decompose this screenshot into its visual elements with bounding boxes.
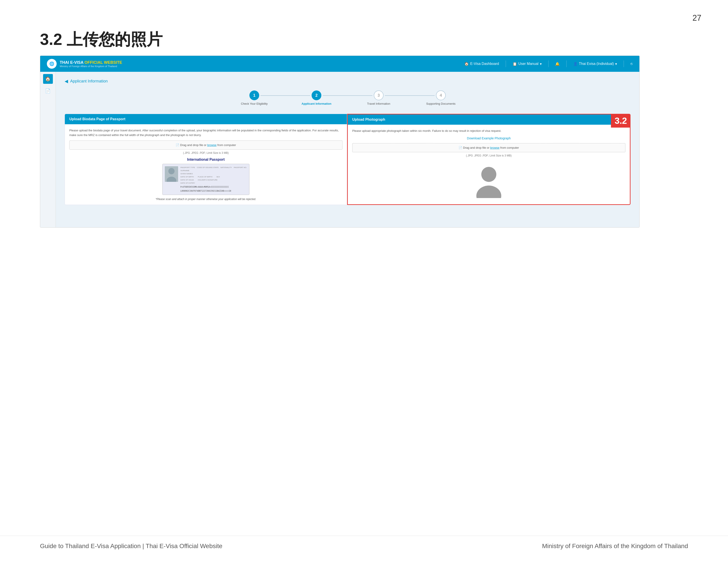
- nav-bell[interactable]: 🔔: [555, 62, 560, 66]
- upload-icon-right: 📄: [459, 146, 463, 149]
- step-circle-1: 1: [249, 90, 259, 100]
- section-badge: 3.2: [611, 114, 631, 128]
- file-limit-left: (.JPG .JPEG .PDF; Limit Size is 3 MB): [69, 151, 342, 154]
- svg-point-0: [168, 168, 175, 174]
- browse-link-right[interactable]: browse: [490, 146, 499, 149]
- nav-right: 🏠 E-Visa Dashboard 📋 User Manual ▾ 🔔 👤 T…: [464, 60, 633, 67]
- svg-point-1: [167, 177, 176, 182]
- panels-row: Upload Biodata Page of Passport Please u…: [65, 114, 631, 205]
- main-content: ◀ Applicant Information 1 Check Your Eli…: [56, 72, 639, 227]
- nav-title-block: THAI E-VISA OFFICIAL WEBSITE Ministry of…: [60, 60, 122, 68]
- panel-right-desc: Please upload appropriate photograph tak…: [352, 129, 625, 133]
- step-label-2: Applicant Information: [302, 102, 331, 106]
- nav-left: 🌐 THAI E-VISA OFFICIAL WEBSITE Ministry …: [47, 59, 122, 69]
- step-label-4: Supporting Documents: [426, 102, 455, 106]
- svg-point-2: [481, 167, 496, 182]
- panel-left-header: Upload Biodata Page of Passport: [65, 114, 347, 124]
- footer-right: Ministry of Foreign Affairs of the Kingd…: [542, 543, 688, 550]
- chevron-down-icon-2: ▾: [615, 62, 617, 66]
- step-label-1: Check Your Eligibility: [241, 102, 268, 106]
- chevron-down-icon: ▾: [540, 62, 542, 66]
- section-text: 上传您的照片: [67, 30, 163, 48]
- step-4: 4 Supporting Documents: [410, 90, 472, 106]
- panel-left-desc: Please upload the biodata page of your t…: [69, 128, 342, 138]
- panel-left: Upload Biodata Page of Passport Please u…: [65, 114, 347, 205]
- section-number: 3.2: [40, 30, 62, 48]
- passport-title: International Passport: [69, 157, 342, 161]
- nav-user-manual[interactable]: 📋 User Manual ▾: [513, 62, 542, 66]
- panel-right-upload[interactable]: 📄 Drag and drop file or browse from comp…: [352, 143, 625, 152]
- nav-divider-1: [506, 60, 506, 67]
- mrz-line-1: P<UTOERIK5SSMK<AAAA<MAM1A<CCCCCCCCCCCCCC…: [180, 186, 247, 188]
- sidebar-document[interactable]: 📄: [43, 86, 53, 96]
- step-circle-4: 4: [436, 90, 446, 100]
- browse-link-left[interactable]: browse: [207, 143, 217, 147]
- sidebar: 🏠 📄: [40, 72, 56, 227]
- main-screenshot: 🌐 THAI E-VISA OFFICIAL WEBSITE Ministry …: [40, 56, 640, 227]
- step-circle-2: 2: [312, 90, 321, 100]
- panel-right-header: Upload Photograph: [348, 114, 630, 125]
- passport-section: International Passport: [69, 157, 342, 201]
- silhouette-svg: [473, 165, 504, 198]
- panel-left-body: Please upload the biodata page of your t…: [65, 124, 347, 205]
- bell-icon: 🔔: [555, 62, 560, 66]
- nav-divider-4: [624, 60, 624, 67]
- book-icon: 📋: [513, 62, 517, 66]
- panel-right: 3.2 Upload Photograph Please upload appr…: [347, 114, 631, 205]
- progress-bar: 1 Check Your Eligibility 2 Applicant Inf…: [65, 90, 631, 106]
- section-title: 3.2 上传您的照片: [40, 29, 163, 50]
- nav-user[interactable]: 👤 Thai Evisa (Individual) ▾: [573, 62, 617, 66]
- home-icon: 🏠: [464, 62, 469, 66]
- nav-logo: 🌐: [47, 59, 57, 69]
- page-number: 27: [692, 13, 701, 23]
- nav-subtitle: Ministry of Foreign Affairs of the Kingd…: [60, 65, 122, 68]
- sidebar-home[interactable]: 🏠: [43, 74, 53, 84]
- breadcrumb: ◀ Applicant Information: [65, 78, 631, 84]
- nav-divider-2: [548, 60, 549, 67]
- passport-info: PASSPORT TYPE CODE OF ISSUING STATE NATI…: [180, 166, 247, 192]
- step-2: 2 Applicant Information: [285, 90, 348, 106]
- step-1: 1 Check Your Eligibility: [223, 90, 285, 106]
- step-3: 3 Travel Information: [348, 90, 410, 106]
- content-area: 🏠 📄 ◀ Applicant Information 1 Check Your…: [40, 72, 639, 227]
- nav-bar: 🌐 THAI E-VISA OFFICIAL WEBSITE Ministry …: [40, 56, 639, 72]
- nav-logout[interactable]: ⎋: [631, 62, 633, 66]
- svg-point-3: [476, 185, 501, 198]
- download-example-link[interactable]: Download Example Photograph: [352, 136, 625, 140]
- nav-dashboard[interactable]: 🏠 E-Visa Dashboard: [464, 62, 499, 66]
- user-icon: 👤: [573, 62, 578, 66]
- passport-card: PASSPORT TYPE CODE OF ISSUING STATE NATI…: [162, 164, 249, 195]
- passport-note: *Please scan and attach in proper manner…: [69, 197, 342, 201]
- step-circle-3: 3: [374, 90, 384, 100]
- nav-divider-3: [566, 60, 567, 67]
- file-limit-right: (.JPG .JPEG .PDF; Limit Size is 3 MB): [352, 154, 625, 157]
- breadcrumb-label: Applicant Information: [70, 79, 108, 84]
- panel-left-upload[interactable]: 📄 Drag and drop file or browse from comp…: [69, 140, 342, 149]
- mrz-line-2: L898902C36UT674DB71217204159211B4Z2AB<<<…: [180, 190, 247, 192]
- footer-left: Guide to Thailand E-Visa Application | T…: [40, 543, 222, 550]
- photo-silhouette: [352, 160, 625, 200]
- upload-icon: 📄: [176, 143, 180, 147]
- page-footer: Guide to Thailand E-Visa Application | T…: [0, 536, 728, 550]
- back-arrow-icon: ◀: [65, 78, 68, 84]
- nav-title-main: THAI E-VISA OFFICIAL WEBSITE: [60, 60, 122, 65]
- step-label-3: Travel Information: [367, 102, 390, 106]
- panel-right-body: Please upload appropriate photograph tak…: [348, 125, 630, 204]
- logout-icon: ⎋: [631, 62, 633, 66]
- passport-avatar: [165, 166, 178, 182]
